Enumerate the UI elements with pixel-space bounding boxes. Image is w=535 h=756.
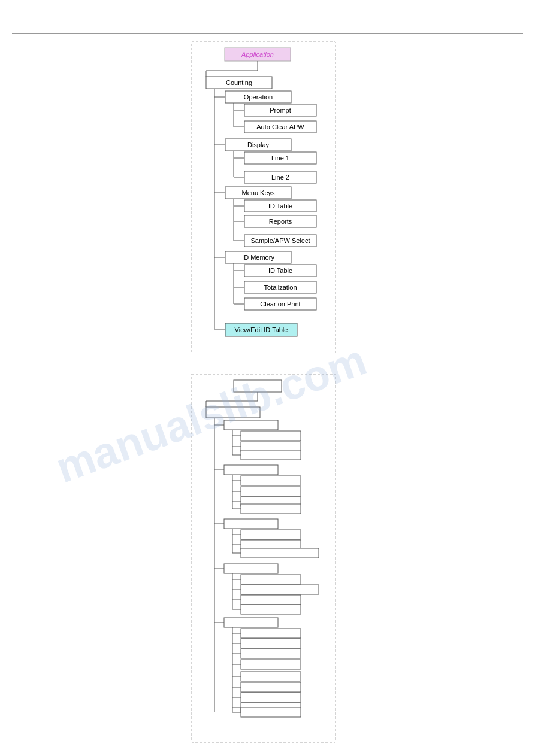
svg-text:Counting: Counting xyxy=(226,79,252,86)
svg-text:Totalization: Totalization xyxy=(264,284,297,291)
svg-rect-115 xyxy=(241,660,301,669)
svg-text:View/Edit ID Table: View/Edit ID Table xyxy=(235,326,288,333)
svg-text:Prompt: Prompt xyxy=(270,107,291,114)
svg-text:Sample/APW Select: Sample/APW Select xyxy=(250,237,310,244)
svg-rect-119 xyxy=(241,682,301,692)
svg-rect-59 xyxy=(234,380,282,392)
svg-rect-125 xyxy=(241,708,301,717)
upper-diagram: Application Counting Operation Prompt Au… xyxy=(0,36,535,353)
svg-rect-106 xyxy=(224,618,278,627)
svg-rect-69 xyxy=(241,431,301,441)
svg-text:Operation: Operation xyxy=(244,93,273,101)
svg-text:ID Table: ID Table xyxy=(268,202,292,210)
page: Application Counting Operation Prompt Au… xyxy=(0,0,535,756)
svg-rect-98 xyxy=(241,575,301,584)
svg-text:Application: Application xyxy=(241,51,274,58)
svg-rect-111 xyxy=(241,639,301,648)
svg-rect-75 xyxy=(224,465,278,475)
svg-rect-84 xyxy=(241,504,301,514)
svg-rect-121 xyxy=(241,693,301,702)
svg-rect-117 xyxy=(241,672,301,681)
svg-text:Line 1: Line 1 xyxy=(271,154,289,162)
svg-rect-78 xyxy=(241,476,301,485)
svg-text:Display: Display xyxy=(247,141,270,148)
svg-text:Reports: Reports xyxy=(269,218,292,225)
svg-rect-113 xyxy=(241,649,301,658)
svg-text:Auto Clear APW: Auto Clear APW xyxy=(256,123,304,130)
svg-rect-89 xyxy=(241,530,301,539)
svg-rect-73 xyxy=(241,450,301,460)
lower-diagram xyxy=(0,371,535,748)
svg-rect-63 xyxy=(206,407,260,418)
svg-rect-95 xyxy=(224,564,278,573)
svg-rect-104 xyxy=(241,605,301,614)
svg-text:Menu Keys: Menu Keys xyxy=(241,189,275,196)
svg-text:ID Memory: ID Memory xyxy=(242,254,274,261)
top-rule xyxy=(12,33,523,34)
svg-rect-80 xyxy=(241,487,301,496)
svg-rect-93 xyxy=(241,548,319,558)
svg-rect-109 xyxy=(241,629,301,638)
svg-text:Clear on Print: Clear on Print xyxy=(260,300,300,308)
svg-rect-102 xyxy=(241,595,301,605)
svg-rect-66 xyxy=(224,420,278,430)
svg-rect-86 xyxy=(224,519,278,529)
svg-text:Line 2: Line 2 xyxy=(271,174,289,181)
svg-text:ID Table: ID Table xyxy=(268,267,292,274)
svg-rect-100 xyxy=(241,585,319,594)
